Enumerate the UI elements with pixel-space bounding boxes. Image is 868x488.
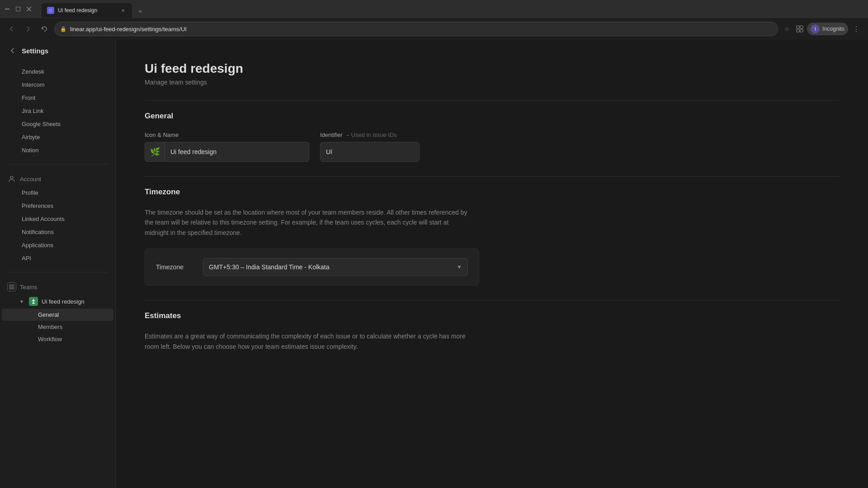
timezone-row: Timezone GMT+5:30 – India Standard Time …	[145, 249, 479, 286]
svg-rect-11	[12, 285, 14, 286]
tab-title: Ui feed redesign	[58, 7, 116, 14]
estimates-section-title: Estimates	[145, 311, 839, 320]
tab-close-button[interactable]: ✕	[119, 7, 127, 14]
timezone-chevron-icon: ▼	[457, 264, 462, 270]
general-section-title: General	[145, 112, 839, 121]
profile-label: Incognito	[822, 26, 844, 32]
timezone-select[interactable]: GMT+5:30 – India Standard Time - Kolkata…	[203, 258, 468, 276]
svg-rect-10	[9, 285, 11, 286]
divider-timezone	[145, 300, 839, 300]
icon-name-label: Icon & Name	[145, 131, 309, 138]
bookmark-icon[interactable]: ☆	[782, 23, 793, 34]
team-avatar	[29, 297, 38, 306]
svg-rect-12	[9, 287, 11, 289]
svg-point-14	[32, 303, 35, 304]
profile-avatar: I	[811, 24, 820, 33]
identifier-field-group: Identifier – Used in issue IDs	[320, 131, 420, 162]
sidebar-item-front[interactable]: Front	[2, 91, 113, 104]
page-subtitle: Manage team settings	[145, 79, 839, 86]
estimates-description: Estimates are a great way of communicati…	[145, 331, 470, 352]
divider-2	[7, 272, 108, 272]
icon-name-input-container: 🌿	[145, 142, 309, 162]
sidebar-item-workflow[interactable]: Workflow	[2, 333, 113, 345]
account-section-header: Account	[0, 172, 115, 186]
svg-rect-8	[800, 29, 803, 32]
sidebar-title: Settings	[22, 47, 48, 55]
general-section: General Icon & Name 🌿 Identifier – Us	[145, 112, 839, 162]
svg-rect-6	[800, 26, 803, 28]
team-icon-button[interactable]: 🌿	[145, 142, 165, 162]
divider-1	[7, 164, 108, 164]
address-bar[interactable]: 🔒 linear.app/ui-feed-redesign/settings/t…	[54, 22, 778, 36]
sidebar: Settings Zendesk Intercom Front Jira Lin…	[0, 40, 116, 488]
teams-section-label: Teams	[20, 284, 37, 291]
identifier-input[interactable]	[320, 142, 420, 162]
timezone-value: GMT+5:30 – India Standard Time - Kolkata	[209, 263, 330, 271]
maximize-button[interactable]	[14, 5, 22, 13]
sidebar-item-intercom[interactable]: Intercom	[2, 78, 113, 91]
svg-rect-5	[797, 26, 799, 28]
identifier-label-container: Identifier – Used in issue IDs	[320, 131, 420, 138]
team-name-input[interactable]	[165, 142, 309, 162]
window-controls[interactable]	[4, 5, 33, 13]
account-icon	[7, 174, 16, 183]
teams-icon	[7, 282, 16, 291]
new-tab-button[interactable]: +	[134, 5, 146, 18]
sidebar-item-profile[interactable]: Profile	[2, 186, 113, 199]
timezone-section: Timezone The timezone should be set as t…	[145, 188, 839, 286]
sidebar-back-button[interactable]	[7, 45, 18, 56]
profile-button[interactable]: I Incognito	[807, 23, 848, 35]
sidebar-item-airbyte[interactable]: Airbyte	[2, 131, 113, 144]
icon-name-row: Icon & Name 🌿 Identifier – Used in issue…	[145, 131, 839, 162]
svg-rect-1	[16, 7, 20, 11]
sidebar-item-google-sheets[interactable]: Google Sheets	[2, 117, 113, 131]
sidebar-header: Settings	[0, 40, 115, 61]
identifier-note: – Used in issue IDs	[346, 131, 397, 138]
url-text: linear.app/ui-feed-redesign/settings/tea…	[70, 26, 772, 33]
refresh-button[interactable]	[38, 23, 51, 35]
team-chevron-icon: ▼	[18, 298, 25, 305]
sidebar-item-notifications[interactable]: Notifications	[2, 225, 113, 239]
teams-section-header: Teams	[0, 280, 115, 294]
forward-nav-button[interactable]	[22, 23, 34, 35]
minimize-button[interactable]	[4, 5, 11, 13]
svg-point-4	[49, 9, 52, 12]
title-bar: Ui feed redesign ✕ +	[0, 0, 868, 18]
main-content: Ui feed redesign Manage team settings Ge…	[116, 40, 868, 488]
browser-menu-button[interactable]: ⋮	[850, 23, 863, 35]
sidebar-item-api[interactable]: API	[2, 252, 113, 265]
close-button[interactable]	[25, 5, 33, 13]
estimates-section: Estimates Estimates are a great way of c…	[145, 311, 839, 352]
browser-actions: ☆ I Incognito ⋮	[782, 23, 863, 35]
integrations-section: Zendesk Intercom Front Jira Link Google …	[0, 61, 115, 160]
security-icon: 🔒	[60, 26, 66, 32]
sidebar-item-linked-accounts[interactable]: Linked Accounts	[2, 212, 113, 225]
browser-chrome: Ui feed redesign ✕ + 🔒 linear.app/ui-fee…	[0, 0, 868, 40]
tab-favicon	[47, 7, 54, 14]
sidebar-item-applications[interactable]: Applications	[2, 239, 113, 252]
timezone-section-title: Timezone	[145, 188, 839, 197]
divider-header	[145, 100, 839, 101]
svg-rect-0	[5, 9, 9, 9]
team-sub-items: General Members Workflow	[0, 309, 115, 345]
extension-icon[interactable]	[794, 23, 805, 34]
svg-rect-13	[12, 287, 14, 289]
icon-name-field-group: Icon & Name 🌿	[145, 131, 309, 162]
back-nav-button[interactable]	[5, 23, 18, 35]
account-section: Account Profile Preferences Linked Accou…	[0, 168, 115, 268]
team-item-ui-feed-redesign[interactable]: ▼ Ui feed redesign	[0, 294, 115, 309]
sidebar-item-general[interactable]: General	[2, 309, 113, 321]
team-name-label: Ui feed redesign	[42, 298, 85, 305]
page-header: Ui feed redesign Manage team settings	[145, 61, 839, 86]
svg-point-9	[10, 176, 13, 179]
timezone-field-label: Timezone	[156, 263, 192, 271]
sidebar-item-notion[interactable]: Notion	[2, 144, 113, 157]
sidebar-item-preferences[interactable]: Preferences	[2, 199, 113, 212]
sidebar-item-zendesk[interactable]: Zendesk	[2, 65, 113, 78]
browser-tab-active[interactable]: Ui feed redesign ✕	[42, 3, 132, 18]
sidebar-item-jira-link[interactable]: Jira Link	[2, 104, 113, 117]
sidebar-item-members[interactable]: Members	[2, 321, 113, 333]
app-container: Settings Zendesk Intercom Front Jira Lin…	[0, 40, 868, 488]
page-title: Ui feed redesign	[145, 61, 839, 76]
tab-bar: Ui feed redesign ✕ +	[38, 0, 150, 18]
